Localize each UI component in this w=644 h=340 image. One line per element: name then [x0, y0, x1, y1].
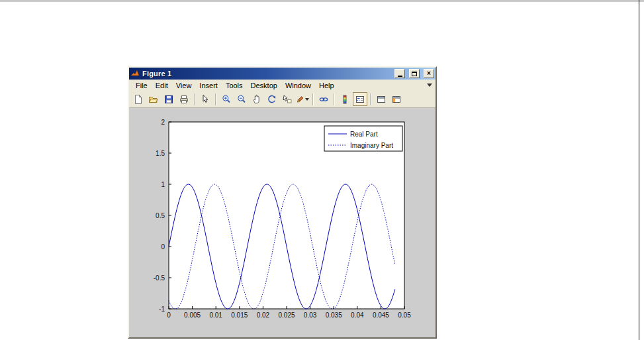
zoom-out-icon — [236, 94, 247, 105]
brush-dropdown-icon[interactable] — [305, 98, 309, 101]
zoom-in-button[interactable] — [219, 92, 234, 106]
new-figure-button[interactable] — [131, 92, 146, 106]
minimize-button[interactable] — [394, 69, 405, 78]
svg-text:0.015: 0.015 — [231, 312, 248, 319]
hide-plot-tools-button[interactable] — [374, 92, 389, 106]
menu-view[interactable]: View — [172, 81, 196, 90]
close-icon: × — [427, 70, 431, 77]
document-page: Figure 1 × File Edit View Insert Tools D… — [0, 0, 644, 340]
menu-window[interactable]: Window — [281, 81, 315, 90]
svg-text:0.01: 0.01 — [209, 312, 222, 319]
data-cursor-icon — [282, 94, 293, 105]
link-chain-icon — [318, 94, 329, 105]
svg-text:1: 1 — [161, 181, 165, 188]
svg-text:0.005: 0.005 — [184, 312, 201, 319]
svg-text:0.045: 0.045 — [373, 312, 389, 319]
data-cursor-button[interactable] — [280, 92, 295, 106]
svg-text:0.035: 0.035 — [326, 312, 342, 319]
figure-plot[interactable]: 00.0050.010.0150.020.0250.030.0350.040.0… — [129, 108, 436, 337]
zoom-in-icon — [221, 94, 232, 105]
svg-text:1.5: 1.5 — [156, 150, 165, 157]
svg-text:0.5: 0.5 — [156, 212, 165, 219]
toolbar-separator — [194, 93, 195, 105]
hand-icon — [252, 94, 262, 105]
pan-button[interactable] — [250, 92, 264, 106]
insert-legend-button[interactable] — [353, 92, 367, 106]
toolbar-separator — [370, 93, 371, 105]
svg-text:0.05: 0.05 — [398, 312, 411, 319]
floppy-disk-icon — [163, 94, 174, 105]
save-figure-button[interactable] — [161, 92, 176, 106]
svg-text:0.04: 0.04 — [351, 312, 364, 319]
svg-text:-0.5: -0.5 — [154, 274, 165, 282]
toolbar-separator — [312, 93, 314, 105]
svg-text:0.03: 0.03 — [304, 312, 317, 319]
matlab-figure-window: Figure 1 × File Edit View Insert Tools D… — [128, 66, 437, 339]
zoom-out-button[interactable] — [234, 92, 249, 106]
svg-text:Imaginary Part: Imaginary Part — [350, 142, 393, 149]
insert-colorbar-button[interactable] — [338, 92, 352, 106]
rotate-arrow-icon — [267, 94, 277, 105]
svg-text:0.02: 0.02 — [257, 312, 270, 319]
rotate-3d-button[interactable] — [265, 92, 279, 106]
open-folder-icon — [148, 94, 159, 105]
colorbar-icon — [340, 94, 350, 105]
close-button[interactable]: × — [424, 69, 434, 78]
svg-text:0.025: 0.025 — [278, 312, 295, 319]
menu-insert[interactable]: Insert — [195, 81, 222, 90]
window-title: Figure 1 — [142, 70, 171, 78]
open-file-button[interactable] — [146, 92, 161, 106]
figure-toolbar — [129, 91, 436, 108]
cursor-arrow-icon — [200, 94, 210, 105]
document-border-right — [639, 0, 639, 340]
svg-text:0: 0 — [167, 312, 171, 319]
menu-tools[interactable]: Tools — [222, 81, 247, 90]
titlebar[interactable]: Figure 1 × — [129, 68, 436, 80]
menu-desktop[interactable]: Desktop — [247, 81, 281, 90]
print-figure-button[interactable] — [177, 92, 191, 106]
minimize-icon — [398, 76, 402, 77]
show-plot-tools-button[interactable] — [389, 92, 404, 106]
legend-icon — [355, 94, 365, 105]
menu-edit[interactable]: Edit — [152, 81, 172, 90]
matlab-icon — [130, 69, 140, 78]
svg-text:2: 2 — [161, 119, 165, 126]
svg-text:-1: -1 — [159, 306, 165, 313]
edit-plot-button[interactable] — [198, 92, 212, 106]
document-border-top — [0, 1, 644, 1]
maximize-button[interactable] — [409, 69, 420, 78]
hide-plot-tools-icon — [376, 94, 387, 105]
menu-overflow-chevron-icon[interactable] — [427, 84, 432, 87]
svg-text:Real Part: Real Part — [350, 131, 378, 138]
figure-canvas: 00.0050.010.0150.020.0250.030.0350.040.0… — [129, 108, 436, 337]
maximize-icon — [412, 72, 417, 76]
toolbar-separator — [215, 93, 216, 105]
printer-icon — [179, 94, 189, 105]
brush-button[interactable] — [295, 92, 310, 106]
brush-icon — [296, 94, 304, 105]
svg-text:0: 0 — [161, 243, 165, 251]
new-document-icon — [133, 94, 144, 105]
menu-file[interactable]: File — [132, 81, 152, 90]
link-plot-button[interactable] — [316, 92, 331, 106]
menu-help[interactable]: Help — [315, 81, 338, 90]
toolbar-separator — [334, 93, 335, 105]
menubar: File Edit View Insert Tools Desktop Wind… — [129, 80, 436, 91]
show-plot-tools-icon — [391, 94, 402, 105]
